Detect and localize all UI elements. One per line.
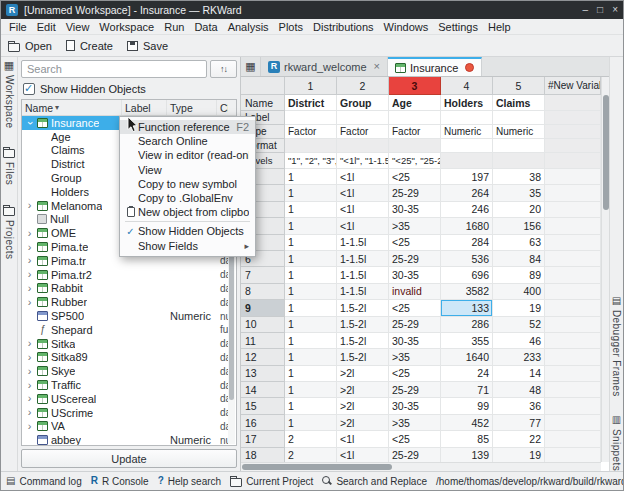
cell-12-2[interactable]: 1.5-2l	[337, 349, 389, 365]
cell-9-1[interactable]: 1	[285, 300, 337, 316]
cell-16-5[interactable]: 77	[493, 415, 545, 431]
new-variable-cell[interactable]	[545, 349, 601, 365]
menu-analysis[interactable]: Analysis	[223, 21, 274, 33]
cell-13-3[interactable]: <25	[389, 366, 441, 382]
cell-12-5[interactable]: 233	[493, 349, 545, 365]
meta-cell-label-1[interactable]	[285, 111, 337, 125]
grid-vscroll-handle[interactable]	[603, 95, 609, 210]
context-item-show-hidden-objects[interactable]: ✓Show Hidden Objects	[120, 224, 255, 238]
meta-cell-label-4[interactable]	[441, 111, 493, 125]
meta-cell-levels-4[interactable]	[441, 153, 493, 169]
row-header-15[interactable]: 15	[241, 398, 285, 414]
context-item-new-object-from-clipboard[interactable]: New object from clipboard	[120, 205, 255, 219]
cell-7-1[interactable]: 1	[285, 267, 337, 283]
command-log-button[interactable]: Command log	[6, 476, 82, 487]
search-and-replace-button[interactable]: Search and Replace	[322, 476, 427, 487]
row-header-12[interactable]: 12	[241, 349, 285, 365]
cell-11-5[interactable]: 46	[493, 333, 545, 349]
cell-9-2[interactable]: 1.5-2l	[337, 300, 389, 316]
dock-tab-debugger-frames[interactable]: Debugger Frames	[611, 296, 622, 397]
meta-cell-type-1[interactable]: Factor	[285, 125, 337, 139]
new-variable-cell[interactable]	[545, 415, 601, 431]
cell-3-5[interactable]: 20	[493, 202, 545, 218]
create-button[interactable]: Create	[66, 40, 113, 52]
column-header-5[interactable]: 5	[493, 77, 545, 95]
meta-cell-format-2[interactable]	[337, 139, 389, 153]
meta-cell-name-4[interactable]: Holders	[441, 95, 493, 111]
row-header-9[interactable]: 9	[241, 300, 285, 316]
expander-icon[interactable]: ›	[25, 269, 34, 280]
new-variable-cell[interactable]	[545, 235, 601, 251]
cell-16-1[interactable]: 1	[285, 415, 337, 431]
cell-1-2[interactable]: <1l	[337, 169, 389, 185]
cell-10-1[interactable]: 1	[285, 317, 337, 333]
expander-icon[interactable]: ›	[25, 421, 34, 432]
meta-cell-name-3[interactable]: Age	[389, 95, 441, 111]
cell-8-1[interactable]: 1	[285, 284, 337, 300]
tab-close-icon[interactable]: ×	[374, 61, 380, 72]
new-variable-cell[interactable]	[545, 366, 601, 382]
tree-column-header-type[interactable]: Type	[167, 100, 217, 115]
cell-12-3[interactable]: >35	[389, 349, 441, 365]
cell-2-4[interactable]: 264	[441, 185, 493, 201]
row-header-10[interactable]: 10	[241, 317, 285, 333]
menu-edit[interactable]: Edit	[32, 21, 61, 33]
meta-cell-levels-2[interactable]: "<1l", "1-1.5l", "1.5-2l", ">2l"	[337, 153, 389, 169]
dock-tab-workspace[interactable]: Workspace	[4, 60, 15, 128]
tree-item-pima-tr2[interactable]: ›Pima.tr2data.frame	[22, 268, 228, 282]
search-input[interactable]	[21, 60, 207, 78]
cell-8-5[interactable]: 400	[493, 284, 545, 300]
menu-distributions[interactable]: Distributions	[308, 21, 379, 33]
meta-cell-label-5[interactable]	[493, 111, 545, 125]
update-button[interactable]: Update	[21, 449, 237, 468]
meta-cell-type-3[interactable]: Factor	[389, 125, 441, 139]
context-item-view[interactable]: View	[120, 163, 255, 177]
cell-15-3[interactable]: 30-35	[389, 398, 441, 414]
cell-9-3[interactable]: <25	[389, 300, 441, 316]
cell-18-5[interactable]: 19	[493, 448, 545, 462]
cell-11-3[interactable]: 30-35	[389, 333, 441, 349]
new-variable-cell[interactable]	[545, 251, 601, 267]
cell-14-2[interactable]: >2l	[337, 382, 389, 398]
menu-settings[interactable]: Settings	[433, 21, 483, 33]
row-header-13[interactable]: 13	[241, 366, 285, 382]
meta-cell-type-2[interactable]: Factor	[337, 125, 389, 139]
expander-icon[interactable]: ›	[25, 200, 34, 211]
cell-5-1[interactable]: 1	[285, 235, 337, 251]
cell-5-5[interactable]: 63	[493, 235, 545, 251]
expander-icon[interactable]: ›	[25, 338, 34, 349]
context-item-search-online[interactable]: Search Online	[120, 134, 255, 148]
expander-icon[interactable]: ›	[25, 297, 34, 308]
tree-item-rubber[interactable]: ›Rubberdata.frame	[22, 295, 228, 309]
cell-16-4[interactable]: 452	[441, 415, 493, 431]
meta-cell-format-3[interactable]	[389, 139, 441, 153]
tree-item-va[interactable]: ›VAdata.frame	[22, 420, 228, 434]
cell-1-5[interactable]: 38	[493, 169, 545, 185]
cell-4-1[interactable]: 1	[285, 218, 337, 234]
cell-17-4[interactable]: 85	[441, 431, 493, 447]
new-variable-cell[interactable]	[545, 300, 601, 316]
r-console-button[interactable]: R Console	[91, 476, 149, 487]
tree-item-sp500[interactable]: SP500Numericnumeric	[22, 309, 228, 323]
row-header-16[interactable]: 16	[241, 415, 285, 431]
cell-2-1[interactable]: 1	[285, 185, 337, 201]
cell-1-3[interactable]: <25	[389, 169, 441, 185]
expander-icon[interactable]: ›	[25, 255, 34, 266]
cell-13-4[interactable]: 24	[441, 366, 493, 382]
cell-7-5[interactable]: 89	[493, 267, 545, 283]
cell-14-3[interactable]: 25-29	[389, 382, 441, 398]
meta-cell-name-2[interactable]: Group	[337, 95, 389, 111]
tree-item-abbey[interactable]: abbeyNumericnumeric	[22, 433, 228, 445]
cell-2-2[interactable]: <1l	[337, 185, 389, 201]
meta-cell-levels-5[interactable]	[493, 153, 545, 169]
cell-4-2[interactable]: <1l	[337, 218, 389, 234]
new-variable-cell[interactable]	[545, 185, 601, 201]
cell-15-1[interactable]: 1	[285, 398, 337, 414]
cell-17-5[interactable]: 22	[493, 431, 545, 447]
cell-2-3[interactable]: 25-29	[389, 185, 441, 201]
menu-data[interactable]: Data	[189, 21, 222, 33]
cell-4-3[interactable]: >35	[389, 218, 441, 234]
context-item-function-reference[interactable]: Function referenceF2	[120, 120, 255, 134]
row-header-8[interactable]: 8	[241, 284, 285, 300]
cell-17-1[interactable]: 2	[285, 431, 337, 447]
